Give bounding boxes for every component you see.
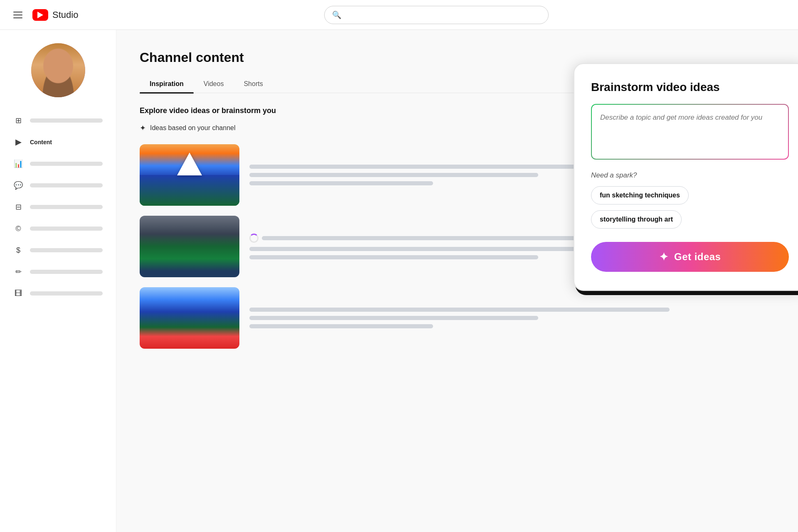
other-icon: 🎞 xyxy=(13,288,23,298)
spark-label: Need a spark? xyxy=(591,171,789,180)
text-line xyxy=(249,181,433,185)
text-line xyxy=(262,236,577,240)
main-layout: ⊞ ▶ Content 📊 💬 ⊟ © xyxy=(0,30,798,532)
studio-label: Studio xyxy=(52,10,78,20)
sidebar-label-monetization xyxy=(30,248,103,252)
topbar: Studio 🔍 xyxy=(0,0,798,30)
sidebar-item-copyright[interactable]: © xyxy=(7,219,109,239)
customization-icon: ✏ xyxy=(13,267,23,277)
tab-videos[interactable]: Videos xyxy=(194,75,234,93)
sidebar-item-dashboard[interactable]: ⊞ xyxy=(7,111,109,131)
sidebar-item-subtitles[interactable]: ⊟ xyxy=(7,197,109,217)
comments-icon: 💬 xyxy=(13,180,23,190)
avatar-image xyxy=(31,43,85,97)
text-line xyxy=(249,316,538,320)
youtube-icon xyxy=(32,9,48,21)
get-ideas-label: Get ideas xyxy=(674,251,721,263)
search-input[interactable] xyxy=(345,11,541,19)
tab-shorts[interactable]: Shorts xyxy=(234,75,273,93)
subtitles-icon: ⊟ xyxy=(13,202,23,212)
get-ideas-button[interactable]: ✦ Get ideas xyxy=(591,242,789,272)
sidebar-label-subtitles xyxy=(30,205,103,209)
spark-icon: ✦ xyxy=(140,123,146,133)
chip-storytelling[interactable]: storytelling through art xyxy=(591,210,682,229)
copyright-icon: © xyxy=(13,224,23,234)
idea-textarea[interactable] xyxy=(600,112,780,150)
search-bar[interactable]: 🔍 xyxy=(324,6,549,24)
text-line xyxy=(249,324,433,328)
tab-inspiration[interactable]: Inspiration xyxy=(140,75,194,93)
sidebar-item-customization[interactable]: ✏ xyxy=(7,262,109,282)
panel-title: Brainstorm video ideas xyxy=(591,81,789,94)
chip-sketching[interactable]: fun sketching techniques xyxy=(591,186,689,204)
hamburger-menu[interactable] xyxy=(13,12,22,18)
channel-ideas-label: Ideas based on your channel xyxy=(150,124,235,132)
sidebar-item-comments[interactable]: 💬 xyxy=(7,175,109,195)
video-info-3 xyxy=(249,308,775,328)
sidebar-label-customization xyxy=(30,270,103,274)
sidebar-item-analytics[interactable]: 📊 xyxy=(7,154,109,174)
text-line xyxy=(249,255,538,259)
sidebar-label-analytics xyxy=(30,162,103,166)
sidebar-item-content[interactable]: ▶ Content xyxy=(7,132,109,152)
sidebar-label-dashboard xyxy=(30,118,103,123)
sidebar-nav: ⊞ ▶ Content 📊 💬 ⊟ © xyxy=(0,111,116,303)
search-icon: 🔍 xyxy=(332,10,341,20)
sidebar-label-copyright xyxy=(30,227,103,231)
video-thumbnail-1[interactable] xyxy=(140,144,239,206)
sidebar-label-content: Content xyxy=(30,139,52,145)
table-row xyxy=(140,287,775,349)
idea-textarea-wrap[interactable] xyxy=(591,104,789,160)
text-line xyxy=(249,173,538,177)
sidebar: ⊞ ▶ Content 📊 💬 ⊟ © xyxy=(0,30,116,532)
sidebar-label-other xyxy=(30,291,103,296)
video-thumbnail-3[interactable] xyxy=(140,287,239,349)
text-line xyxy=(249,308,670,312)
sidebar-item-monetization[interactable]: $ xyxy=(7,240,109,260)
dashboard-icon: ⊞ xyxy=(13,116,23,126)
video-text-lines-3 xyxy=(249,308,775,328)
brainstorm-panel: Brainstorm video ideas Need a spark? fun… xyxy=(574,63,798,291)
monetization-icon: $ xyxy=(13,245,23,255)
video-thumbnail-2[interactable] xyxy=(140,216,239,277)
content-icon: ▶ xyxy=(13,137,23,147)
analytics-icon: 📊 xyxy=(13,159,23,169)
content-area: Channel content Inspiration Videos Short… xyxy=(116,30,798,532)
suggestion-chips: fun sketching techniques storytelling th… xyxy=(591,186,789,229)
avatar xyxy=(31,43,85,97)
sparkle-icon: ✦ xyxy=(659,251,668,264)
sidebar-item-other[interactable]: 🎞 xyxy=(7,283,109,303)
sidebar-label-comments xyxy=(30,183,103,187)
logo-area: Studio xyxy=(32,9,78,21)
loading-spinner xyxy=(249,234,259,243)
